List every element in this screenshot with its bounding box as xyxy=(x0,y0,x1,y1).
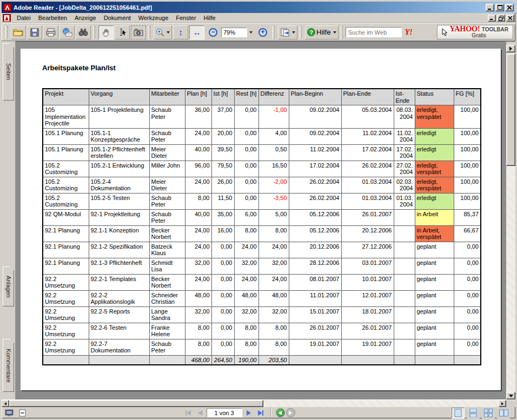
table-row: 105.2 Customizing105.2-5 TestenSchaub Pe… xyxy=(43,193,481,209)
zoom-out-icon: − xyxy=(209,28,217,37)
cell-plan_ende: 19.01.2007 xyxy=(341,339,394,355)
cell-plan_beginn: 20.12.2006 xyxy=(289,242,341,258)
save-button[interactable] xyxy=(27,25,42,39)
cell-plan: 36,00 xyxy=(185,105,211,129)
menu-dokument[interactable]: Dokument xyxy=(100,14,135,22)
zoom-tool-button[interactable] xyxy=(154,25,172,39)
close-button[interactable] xyxy=(505,4,514,11)
snapshot-tool-button[interactable] xyxy=(131,25,146,39)
table-row: 105.2 Customizing105.2-1 EntwicklungMill… xyxy=(43,161,481,177)
continuous-layout-button[interactable] xyxy=(467,408,480,418)
cell-differenz: -2,00 xyxy=(258,177,289,193)
toolbar-grip[interactable] xyxy=(341,26,343,39)
cell-plan_ende: 03.01.2007 xyxy=(341,258,394,274)
cell-plan_beginn: 26.02.2004 xyxy=(289,193,341,209)
toolbar-grip[interactable] xyxy=(5,26,8,39)
cell-ist_ende xyxy=(394,274,415,290)
page-minus-icon[interactable] xyxy=(19,409,26,417)
find-button[interactable] xyxy=(76,25,91,39)
table-row: 92.1 Planung92.1-2 SpezifikationBatzeck … xyxy=(43,242,481,258)
header-plan-beginn: Plan-Beginn xyxy=(289,89,341,105)
print-icon xyxy=(46,28,56,37)
tab-kommentare[interactable]: Kommentare xyxy=(3,339,14,392)
total-ist: 264,50 xyxy=(211,355,234,365)
doc-close-button[interactable] xyxy=(506,15,514,22)
cell-status: geplant xyxy=(415,242,454,258)
horizontal-scroll-thumb[interactable] xyxy=(9,400,263,407)
view-back-button[interactable] xyxy=(276,408,285,417)
zoom-level-input[interactable] xyxy=(221,28,247,37)
vertical-scrollbar[interactable] xyxy=(506,41,515,399)
cell-fg: 0,00 xyxy=(454,258,481,274)
toolbar-grip[interactable] xyxy=(300,26,302,39)
totals-row: 468,00264,50190,00203,50 xyxy=(43,355,481,365)
horizontal-scrollbar[interactable] xyxy=(2,399,515,407)
continuous-facing-layout-button[interactable] xyxy=(482,408,495,418)
open-button[interactable] xyxy=(11,25,26,39)
vertical-scroll-thumb[interactable] xyxy=(506,54,515,166)
toolbar-grip[interactable] xyxy=(148,26,150,39)
cell-ist: 11,50 xyxy=(211,193,234,209)
menu-fenster[interactable]: Fenster xyxy=(172,14,200,22)
window-titlebar[interactable]: Adobe Reader - [JobDelta_200612251056461… xyxy=(2,2,515,13)
maximize-button[interactable] xyxy=(495,4,504,11)
cell-plan: 32,00 xyxy=(185,306,211,323)
next-page-button[interactable] xyxy=(243,408,254,417)
toolbar-grip[interactable] xyxy=(93,26,95,39)
previous-page-button[interactable] xyxy=(195,408,206,417)
cell-plan_ende: 05.03.2004 xyxy=(341,105,394,129)
pane-toggle-button[interactable] xyxy=(506,45,515,52)
cell-vorgang: 105.1-1 Konzeptgespräche xyxy=(89,128,149,144)
tab-seiten[interactable]: Seiten xyxy=(3,43,14,101)
monitor-icon[interactable] xyxy=(5,409,14,417)
first-page-button[interactable] xyxy=(183,408,194,417)
table-row: 92.2 Umsetzung92.2-1 TemplatesBecker Nor… xyxy=(43,274,481,290)
cell-projekt: 92.2 Umsetzung xyxy=(43,339,89,355)
scroll-right-button[interactable] xyxy=(499,400,506,407)
cell-differenz: 8,00 xyxy=(258,339,289,355)
menu-werkzeuge[interactable]: Werkzeuge xyxy=(135,14,172,22)
cell-mitarbeiter: Batzeck Klaus xyxy=(149,242,185,258)
help-button[interactable]: ? Hilfe xyxy=(305,25,339,39)
yahoo-toolbar-button[interactable]: YAHOO! TOOLBAR Gratis xyxy=(437,25,513,39)
minimize-button[interactable] xyxy=(486,4,494,11)
menu-anzeige[interactable]: Anzeige xyxy=(71,14,100,22)
vertical-scroll-track[interactable] xyxy=(506,166,515,392)
fit-width-icon: ↔ xyxy=(193,29,201,36)
fit-width-button[interactable]: ↔ xyxy=(189,25,204,39)
zoom-level-dropdown-icon[interactable] xyxy=(249,31,253,34)
zoom-out-button[interactable]: − xyxy=(206,25,221,39)
yahoo-icon[interactable]: Y! xyxy=(405,28,413,37)
single-page-layout-button[interactable] xyxy=(452,408,465,418)
last-page-button[interactable] xyxy=(255,408,266,417)
view-forward-button[interactable] xyxy=(286,408,295,417)
cell-mitarbeiter: Becker Norbert xyxy=(149,225,185,242)
report-table: Projekt Vorgang Mitarbeiter Plan [h] Ist… xyxy=(42,88,481,365)
document-area[interactable]: Arbeitspakete Plan/Ist Projekt Vorgang M… xyxy=(16,41,506,399)
page-display-button[interactable] xyxy=(278,25,297,39)
select-tool-button[interactable] xyxy=(115,25,130,39)
menu-bearbeiten[interactable]: Bearbeiten xyxy=(35,14,71,22)
tab-anlagen[interactable]: Anlagen xyxy=(3,266,14,306)
scroll-left-button[interactable] xyxy=(2,400,9,407)
menu-hilfe[interactable]: Hilfe xyxy=(200,14,220,22)
zoom-in-button[interactable]: + xyxy=(255,25,270,39)
page-indicator-input[interactable] xyxy=(207,408,242,417)
cell-ist: 16,00 xyxy=(211,225,234,242)
horizontal-scroll-track[interactable] xyxy=(263,400,499,407)
email-button[interactable] xyxy=(59,25,75,39)
hand-tool-button[interactable] xyxy=(98,25,114,39)
web-search-input[interactable] xyxy=(346,27,402,37)
cell-ist_ende: 11.02.2004 xyxy=(394,128,415,144)
doc-restore-button[interactable] xyxy=(497,15,505,22)
cell-fg: 0,00 xyxy=(454,306,481,323)
header-vorgang: Vorgang xyxy=(89,89,149,105)
cell-ist_ende xyxy=(394,306,415,323)
doc-minimize-button[interactable] xyxy=(488,15,496,22)
print-button[interactable] xyxy=(43,25,58,39)
scroll-down-button[interactable] xyxy=(506,392,515,399)
fit-page-button[interactable]: ↕ xyxy=(173,25,188,39)
menu-datei[interactable]: Datei xyxy=(13,14,35,22)
facing-layout-button[interactable] xyxy=(497,408,510,418)
toolbar-grip[interactable] xyxy=(273,26,275,39)
